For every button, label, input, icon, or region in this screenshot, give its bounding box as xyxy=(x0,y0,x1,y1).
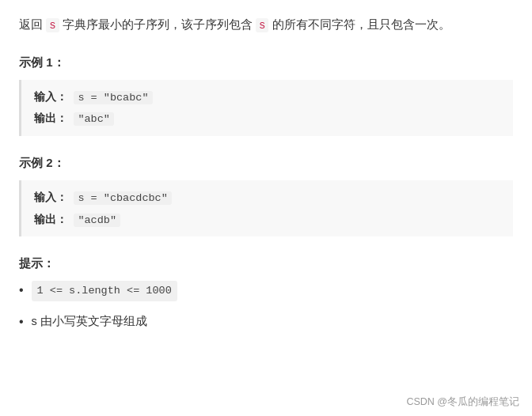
example-2-output-value: "acdb" xyxy=(74,214,120,227)
hint-code-1: 1 <= s.length <= 1000 xyxy=(32,281,177,301)
hint-title: 提示： xyxy=(19,254,513,273)
example-2-input-row: 输入： s = "cbacdcbc" xyxy=(34,188,500,207)
desc-s2: s xyxy=(256,18,268,32)
example-1-block: 输入： s = "bcabc" 输出： "abc" xyxy=(19,80,513,136)
hint-bullet-2: • xyxy=(19,312,24,331)
example-2-input-label: 输入： xyxy=(34,191,67,203)
footer-text: CSDN @冬瓜的编程笔记 xyxy=(406,394,519,410)
hint-item-2: • s 由小写英文字母组成 xyxy=(19,312,513,331)
example-1-output-row: 输出： "abc" xyxy=(34,109,500,128)
example-2-section: 示例 2： 输入： s = "cbacdcbc" 输出： "acdb" xyxy=(19,153,513,236)
example-1-input-value: s = "bcabc" xyxy=(74,91,152,104)
desc-after: 的所有不同字符，且只包含一次。 xyxy=(272,17,450,31)
main-container: 返回 s 字典序最小的子序列，该子序列包含 s 的所有不同字符，且只包含一次。 … xyxy=(0,0,532,357)
hint-item-1: • 1 <= s.length <= 1000 xyxy=(19,281,513,301)
example-1-input-row: 输入： s = "bcabc" xyxy=(34,88,500,107)
desc-middle: 字典序最小的子序列，该子序列包含 xyxy=(63,17,253,31)
example-1-title: 示例 1： xyxy=(19,53,513,72)
example-1-output-label: 输出： xyxy=(34,112,67,124)
example-2-output-row: 输出： "acdb" xyxy=(34,210,500,229)
example-1-input-label: 输入： xyxy=(34,90,67,103)
example-1-output-value: "abc" xyxy=(74,112,114,126)
desc-s1: s xyxy=(46,18,59,32)
example-2-title: 示例 2： xyxy=(19,153,513,172)
example-1-section: 示例 1： 输入： s = "bcabc" 输出： "abc" xyxy=(19,53,513,136)
hint-bullet-1: • xyxy=(19,281,24,300)
hint-section: 提示： • 1 <= s.length <= 1000 • s 由小写英文字母组… xyxy=(19,254,513,331)
hint-text-2: s 由小写英文字母组成 xyxy=(32,312,147,331)
example-2-input-value: s = "cbacdcbc" xyxy=(74,191,171,205)
hint-list: • 1 <= s.length <= 1000 • s 由小写英文字母组成 xyxy=(19,281,513,331)
description-text: 返回 s 字典序最小的子序列，该子序列包含 s 的所有不同字符，且只包含一次。 xyxy=(19,14,513,36)
example-2-output-label: 输出： xyxy=(34,213,67,225)
desc-before: 返回 xyxy=(19,17,43,31)
example-2-block: 输入： s = "cbacdcbc" 输出： "acdb" xyxy=(19,180,513,236)
